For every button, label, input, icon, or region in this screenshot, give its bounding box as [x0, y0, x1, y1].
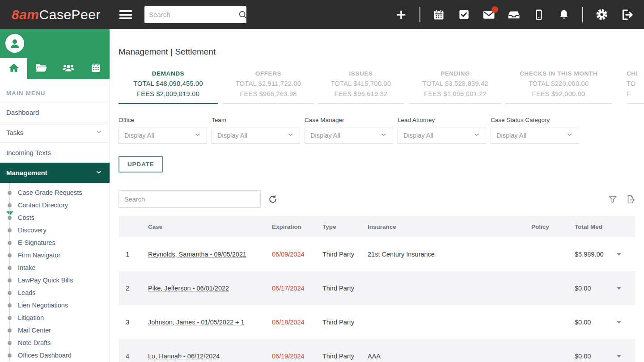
tasks-check-icon[interactable] — [457, 8, 470, 21]
submenu-costs[interactable]: Costs — [0, 211, 110, 224]
update-button[interactable]: UPDATE — [119, 156, 163, 173]
settlement-tabs: DEMANDS TOTAL $48,090,455.00 FEES $2,009… — [119, 70, 644, 104]
submenu-e-signatures[interactable]: E-Signatures — [0, 236, 110, 249]
chevron-down-icon — [95, 128, 102, 137]
case-link[interactable]: Lo, Hannah - 06/12/2024 — [148, 353, 220, 360]
tab-fees: F — [627, 90, 644, 97]
sidebar-item-incoming-texts[interactable]: Incoming Texts — [0, 143, 110, 163]
tab-total: TOTAL $3,528,839.42 — [409, 80, 501, 87]
tab-demands[interactable]: DEMANDS TOTAL $48,090,455.00 FEES $2,009… — [119, 70, 218, 104]
search-icon[interactable] — [238, 10, 248, 20]
tab-fees: FEES $966,263.98 — [223, 90, 314, 97]
row-expand-caret-icon[interactable] — [617, 355, 621, 358]
row-number: 3 — [119, 319, 148, 326]
table-header-row: Case Expiration Type Insurance Policy To… — [119, 216, 635, 237]
submenu-contact-directory[interactable]: Contact Directory — [0, 199, 110, 211]
tab-offers[interactable]: OFFERS TOTAL $2,911,722.00 FEES $966,263… — [223, 70, 314, 104]
submenu-lawpay-quick-bills[interactable]: LawPay Quick Bills — [0, 274, 110, 286]
tab-checks-in-this-month[interactable]: CHECKS IN THIS MONTH TOTAL $220,000.00 F… — [505, 70, 612, 104]
settings-gear-icon[interactable] — [595, 8, 608, 21]
submenu-offices-dashboard[interactable]: Offices Dashboard — [0, 349, 110, 362]
export-icon[interactable] — [626, 194, 636, 204]
submenu-lien-negotiations[interactable]: Lien Negotiations — [0, 299, 110, 311]
sign-out-icon[interactable] — [620, 8, 633, 21]
sidebar-tab-calendar[interactable] — [82, 58, 110, 79]
case-link[interactable]: Reynolds, Samantha - 09/05/2021 — [148, 251, 246, 258]
tab-total: TO — [627, 80, 644, 87]
sidebar-tab-contacts[interactable] — [55, 58, 82, 79]
submenu-case-grade-requests[interactable]: Case Grade Requests — [0, 186, 110, 199]
tab-fees: FEES $1,095,001.22 — [409, 90, 501, 97]
office-select[interactable]: Display All — [119, 127, 207, 144]
calendar-icon — [90, 62, 102, 75]
global-search-input[interactable] — [149, 11, 238, 18]
filter-funnel-icon[interactable] — [608, 194, 618, 204]
hamburger-menu-icon[interactable] — [119, 10, 132, 19]
mail-icon[interactable] — [482, 8, 496, 21]
submenu-discovery[interactable]: Discovery — [0, 224, 110, 236]
total-med: $0.00 — [575, 285, 606, 292]
tab-fees: FEES $96,619.32 — [318, 90, 404, 97]
filter-lead-attorney: Lead Attorney Display All — [398, 117, 486, 144]
row-expand-caret-icon[interactable] — [617, 287, 621, 290]
case-manager-select[interactable]: Display All — [305, 127, 393, 144]
bullet-icon — [8, 328, 12, 333]
topbar-divider — [582, 7, 583, 22]
filter-case-status-category: Case Status Category Display All — [491, 117, 579, 144]
tab-truncated[interactable]: CHI TO F — [623, 70, 644, 104]
sidebar-item-management[interactable]: Management — [0, 163, 110, 183]
case-status-category-select[interactable]: Display All — [491, 127, 579, 144]
col-policy: Policy — [531, 223, 575, 230]
global-search — [144, 6, 246, 23]
chevron-down-icon — [566, 131, 573, 140]
tab-underline — [505, 103, 612, 104]
bullet-icon — [8, 354, 12, 358]
tab-total: TOTAL $48,090,455.00 — [119, 80, 218, 87]
app-logo[interactable]: 8amCasePeer — [12, 7, 101, 22]
bullet-icon — [8, 266, 12, 270]
team-select[interactable]: Display All — [212, 127, 300, 144]
sidebar-item-dashboard[interactable]: Dashboard — [0, 102, 110, 122]
submenu-litigation[interactable]: Litigation — [0, 311, 110, 324]
case-type: Third Party — [322, 319, 368, 326]
bullet-icon — [8, 228, 12, 232]
settlement-table: Case Expiration Type Insurance Policy To… — [119, 216, 635, 362]
inbox-tray-icon[interactable] — [507, 8, 521, 21]
sidebar-tab-home[interactable] — [0, 58, 27, 79]
expiration-date: 06/09/2024 — [272, 251, 322, 258]
row-expand-caret-icon[interactable] — [617, 321, 621, 324]
mobile-phone-icon[interactable] — [532, 8, 546, 21]
sidebar-tab-cases[interactable] — [27, 58, 55, 79]
submenu-firm-navigator[interactable]: Firm Navigator — [0, 249, 110, 261]
lead-attorney-select[interactable]: Display All — [398, 127, 486, 144]
tab-underline — [223, 103, 314, 104]
calendar-icon[interactable] — [432, 8, 445, 21]
total-med: $5,989.00 — [575, 251, 606, 258]
refresh-icon[interactable] — [268, 194, 278, 204]
submenu-intake[interactable]: Intake — [0, 261, 110, 274]
notifications-bell-icon[interactable] — [557, 8, 571, 21]
main-content: Management | Settlement DEMANDS TOTAL $4… — [110, 29, 644, 362]
submenu-note-drafts[interactable]: Note Drafts — [0, 337, 110, 349]
chevron-down-icon — [473, 131, 480, 140]
case-link[interactable]: Johnson, James - 01/05/2022 + 1 — [148, 319, 245, 326]
case-link[interactable]: Pike, Jefferson - 06/01/2022 — [148, 285, 229, 292]
user-avatar[interactable] — [5, 34, 24, 53]
submenu-mail-center[interactable]: Mail Center — [0, 324, 110, 337]
col-case: Case — [148, 223, 272, 230]
chevron-down-icon — [380, 131, 387, 140]
page-title: Management | Settlement — [119, 47, 644, 57]
sidebar-tabs — [0, 58, 110, 79]
submenu-leads[interactable]: Leads — [0, 286, 110, 299]
add-new-icon[interactable] — [394, 8, 408, 21]
bullet-icon — [8, 303, 12, 307]
filter-row: Office Display All Team Display All Case… — [119, 117, 644, 144]
row-number: 1 — [119, 251, 148, 258]
row-expand-caret-icon[interactable] — [617, 253, 621, 256]
tab-pending[interactable]: PENDING TOTAL $3,528,839.42 FEES $1,095,… — [409, 70, 501, 104]
tab-fees: FEES $92,000.00 — [505, 90, 612, 97]
table-search-input[interactable] — [124, 196, 255, 203]
home-icon — [8, 62, 20, 76]
sidebar-item-tasks[interactable]: Tasks — [0, 122, 110, 143]
tab-issues[interactable]: ISSUES TOTAL $415,700.00 FEES $96,619.32 — [318, 70, 404, 104]
